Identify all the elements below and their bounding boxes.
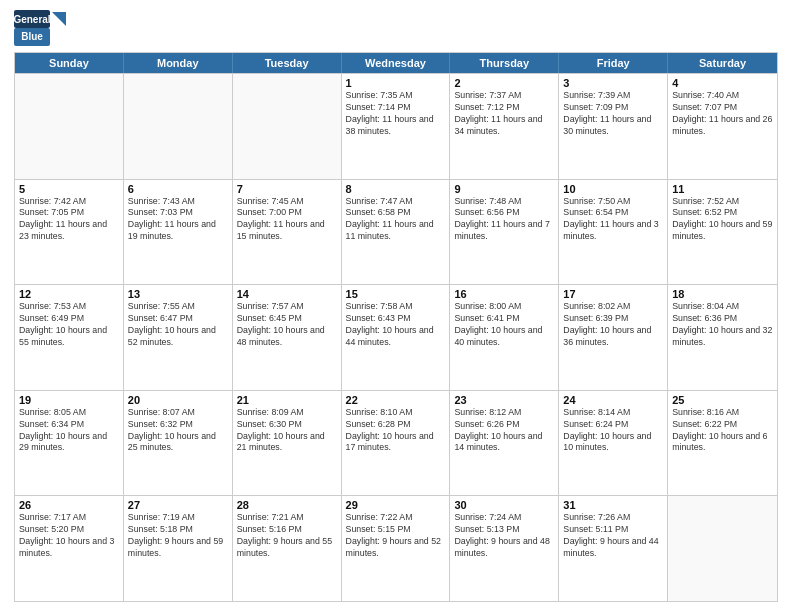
cell-info: Sunrise: 7:58 AM Sunset: 6:43 PM Dayligh…: [346, 301, 446, 349]
cell-info: Sunrise: 7:35 AM Sunset: 7:14 PM Dayligh…: [346, 90, 446, 138]
day-cell-17: 17Sunrise: 8:02 AM Sunset: 6:39 PM Dayli…: [559, 285, 668, 390]
cell-info: Sunrise: 7:37 AM Sunset: 7:12 PM Dayligh…: [454, 90, 554, 138]
day-cell-8: 8Sunrise: 7:47 AM Sunset: 6:58 PM Daylig…: [342, 180, 451, 285]
day-cell-10: 10Sunrise: 7:50 AM Sunset: 6:54 PM Dayli…: [559, 180, 668, 285]
cell-info: Sunrise: 8:16 AM Sunset: 6:22 PM Dayligh…: [672, 407, 773, 455]
cell-info: Sunrise: 8:07 AM Sunset: 6:32 PM Dayligh…: [128, 407, 228, 455]
day-number: 22: [346, 394, 446, 406]
cell-info: Sunrise: 7:45 AM Sunset: 7:00 PM Dayligh…: [237, 196, 337, 244]
day-number: 16: [454, 288, 554, 300]
day-number: 21: [237, 394, 337, 406]
day-number: 18: [672, 288, 773, 300]
week-row-3: 12Sunrise: 7:53 AM Sunset: 6:49 PM Dayli…: [15, 284, 777, 390]
cell-info: Sunrise: 7:42 AM Sunset: 7:05 PM Dayligh…: [19, 196, 119, 244]
day-number: 8: [346, 183, 446, 195]
week-row-1: 1Sunrise: 7:35 AM Sunset: 7:14 PM Daylig…: [15, 73, 777, 179]
day-cell-23: 23Sunrise: 8:12 AM Sunset: 6:26 PM Dayli…: [450, 391, 559, 496]
day-cell-30: 30Sunrise: 7:24 AM Sunset: 5:13 PM Dayli…: [450, 496, 559, 601]
day-cell-29: 29Sunrise: 7:22 AM Sunset: 5:15 PM Dayli…: [342, 496, 451, 601]
cell-info: Sunrise: 7:43 AM Sunset: 7:03 PM Dayligh…: [128, 196, 228, 244]
day-cell-24: 24Sunrise: 8:14 AM Sunset: 6:24 PM Dayli…: [559, 391, 668, 496]
day-number: 20: [128, 394, 228, 406]
header-day-monday: Monday: [124, 53, 233, 73]
day-cell-22: 22Sunrise: 8:10 AM Sunset: 6:28 PM Dayli…: [342, 391, 451, 496]
day-cell-28: 28Sunrise: 7:21 AM Sunset: 5:16 PM Dayli…: [233, 496, 342, 601]
day-cell-19: 19Sunrise: 8:05 AM Sunset: 6:34 PM Dayli…: [15, 391, 124, 496]
day-number: 10: [563, 183, 663, 195]
day-number: 3: [563, 77, 663, 89]
svg-text:Blue: Blue: [21, 31, 43, 42]
calendar-body: 1Sunrise: 7:35 AM Sunset: 7:14 PM Daylig…: [15, 73, 777, 601]
day-cell-3: 3Sunrise: 7:39 AM Sunset: 7:09 PM Daylig…: [559, 74, 668, 179]
day-cell-7: 7Sunrise: 7:45 AM Sunset: 7:00 PM Daylig…: [233, 180, 342, 285]
day-number: 13: [128, 288, 228, 300]
day-cell-26: 26Sunrise: 7:17 AM Sunset: 5:20 PM Dayli…: [15, 496, 124, 601]
day-cell-4: 4Sunrise: 7:40 AM Sunset: 7:07 PM Daylig…: [668, 74, 777, 179]
calendar-header: SundayMondayTuesdayWednesdayThursdayFrid…: [15, 53, 777, 73]
header: General Blue: [14, 10, 778, 46]
day-number: 31: [563, 499, 663, 511]
logo-svg: General Blue: [14, 10, 66, 46]
cell-info: Sunrise: 8:05 AM Sunset: 6:34 PM Dayligh…: [19, 407, 119, 455]
day-number: 30: [454, 499, 554, 511]
cell-info: Sunrise: 8:14 AM Sunset: 6:24 PM Dayligh…: [563, 407, 663, 455]
day-cell-31: 31Sunrise: 7:26 AM Sunset: 5:11 PM Dayli…: [559, 496, 668, 601]
day-number: 4: [672, 77, 773, 89]
svg-text:General: General: [14, 14, 51, 25]
day-number: 23: [454, 394, 554, 406]
header-day-tuesday: Tuesday: [233, 53, 342, 73]
day-number: 19: [19, 394, 119, 406]
cell-info: Sunrise: 7:22 AM Sunset: 5:15 PM Dayligh…: [346, 512, 446, 560]
cell-info: Sunrise: 7:40 AM Sunset: 7:07 PM Dayligh…: [672, 90, 773, 138]
day-number: 7: [237, 183, 337, 195]
cell-info: Sunrise: 7:55 AM Sunset: 6:47 PM Dayligh…: [128, 301, 228, 349]
day-cell-13: 13Sunrise: 7:55 AM Sunset: 6:47 PM Dayli…: [124, 285, 233, 390]
calendar: SundayMondayTuesdayWednesdayThursdayFrid…: [14, 52, 778, 602]
page: General Blue SundayMondayTuesdayWednesda…: [0, 0, 792, 612]
day-cell-9: 9Sunrise: 7:48 AM Sunset: 6:56 PM Daylig…: [450, 180, 559, 285]
day-number: 25: [672, 394, 773, 406]
day-cell-5: 5Sunrise: 7:42 AM Sunset: 7:05 PM Daylig…: [15, 180, 124, 285]
header-day-thursday: Thursday: [450, 53, 559, 73]
day-number: 28: [237, 499, 337, 511]
cell-info: Sunrise: 7:39 AM Sunset: 7:09 PM Dayligh…: [563, 90, 663, 138]
cell-info: Sunrise: 8:09 AM Sunset: 6:30 PM Dayligh…: [237, 407, 337, 455]
empty-cell-0-2: [233, 74, 342, 179]
week-row-5: 26Sunrise: 7:17 AM Sunset: 5:20 PM Dayli…: [15, 495, 777, 601]
cell-info: Sunrise: 7:24 AM Sunset: 5:13 PM Dayligh…: [454, 512, 554, 560]
day-cell-25: 25Sunrise: 8:16 AM Sunset: 6:22 PM Dayli…: [668, 391, 777, 496]
header-day-sunday: Sunday: [15, 53, 124, 73]
cell-info: Sunrise: 8:12 AM Sunset: 6:26 PM Dayligh…: [454, 407, 554, 455]
cell-info: Sunrise: 7:17 AM Sunset: 5:20 PM Dayligh…: [19, 512, 119, 560]
day-number: 6: [128, 183, 228, 195]
cell-info: Sunrise: 8:02 AM Sunset: 6:39 PM Dayligh…: [563, 301, 663, 349]
day-number: 27: [128, 499, 228, 511]
day-number: 12: [19, 288, 119, 300]
day-cell-21: 21Sunrise: 8:09 AM Sunset: 6:30 PM Dayli…: [233, 391, 342, 496]
day-cell-20: 20Sunrise: 8:07 AM Sunset: 6:32 PM Dayli…: [124, 391, 233, 496]
cell-info: Sunrise: 7:48 AM Sunset: 6:56 PM Dayligh…: [454, 196, 554, 244]
day-number: 29: [346, 499, 446, 511]
week-row-2: 5Sunrise: 7:42 AM Sunset: 7:05 PM Daylig…: [15, 179, 777, 285]
day-number: 26: [19, 499, 119, 511]
day-cell-1: 1Sunrise: 7:35 AM Sunset: 7:14 PM Daylig…: [342, 74, 451, 179]
empty-cell-0-1: [124, 74, 233, 179]
day-number: 5: [19, 183, 119, 195]
day-number: 1: [346, 77, 446, 89]
cell-info: Sunrise: 8:00 AM Sunset: 6:41 PM Dayligh…: [454, 301, 554, 349]
day-cell-27: 27Sunrise: 7:19 AM Sunset: 5:18 PM Dayli…: [124, 496, 233, 601]
cell-info: Sunrise: 7:21 AM Sunset: 5:16 PM Dayligh…: [237, 512, 337, 560]
day-cell-14: 14Sunrise: 7:57 AM Sunset: 6:45 PM Dayli…: [233, 285, 342, 390]
header-day-friday: Friday: [559, 53, 668, 73]
week-row-4: 19Sunrise: 8:05 AM Sunset: 6:34 PM Dayli…: [15, 390, 777, 496]
day-cell-15: 15Sunrise: 7:58 AM Sunset: 6:43 PM Dayli…: [342, 285, 451, 390]
day-cell-18: 18Sunrise: 8:04 AM Sunset: 6:36 PM Dayli…: [668, 285, 777, 390]
day-cell-12: 12Sunrise: 7:53 AM Sunset: 6:49 PM Dayli…: [15, 285, 124, 390]
empty-cell-4-6: [668, 496, 777, 601]
day-cell-16: 16Sunrise: 8:00 AM Sunset: 6:41 PM Dayli…: [450, 285, 559, 390]
day-cell-2: 2Sunrise: 7:37 AM Sunset: 7:12 PM Daylig…: [450, 74, 559, 179]
cell-info: Sunrise: 7:47 AM Sunset: 6:58 PM Dayligh…: [346, 196, 446, 244]
logo: General Blue: [14, 10, 66, 46]
cell-info: Sunrise: 7:52 AM Sunset: 6:52 PM Dayligh…: [672, 196, 773, 244]
day-number: 14: [237, 288, 337, 300]
